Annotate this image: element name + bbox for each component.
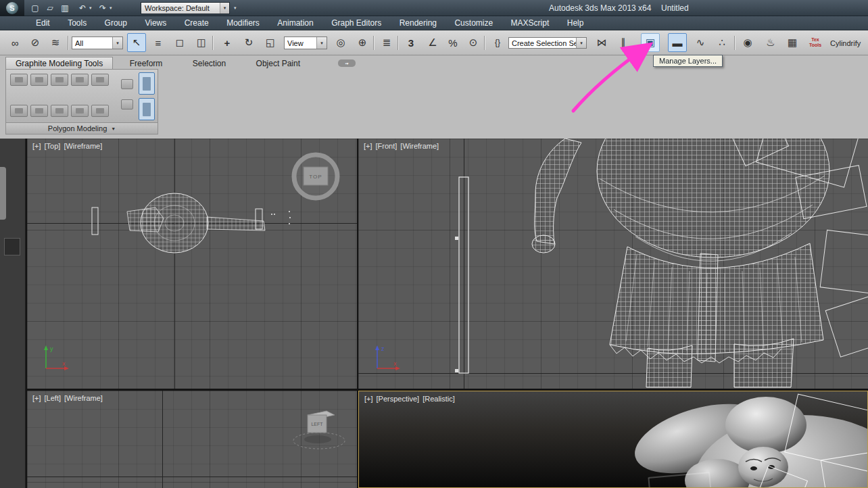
layout-tab-button[interactable]	[4, 238, 20, 255]
unlink-selection-button[interactable]: ⊘	[26, 33, 45, 52]
material-editor-button[interactable]: ◉	[738, 33, 757, 52]
selection-region-button[interactable]: ◻	[170, 33, 189, 52]
polymod-button-9[interactable]	[71, 105, 89, 117]
overflow-dots-icon: ▪▾	[345, 61, 348, 66]
menu-edit[interactable]: Edit	[28, 16, 57, 30]
redo-dropdown[interactable]: ▾	[110, 5, 116, 11]
viewport-shading[interactable]: [Realistic]	[423, 395, 455, 403]
tab-graphite-modeling-tools[interactable]: Graphite Modeling Tools	[5, 57, 113, 70]
quick-access-options-dropdown[interactable]: ▾	[234, 5, 240, 11]
viewport-perspective[interactable]: [+] [Perspective] [Realistic]	[358, 391, 868, 488]
render-setup-button[interactable]: ♨	[761, 33, 780, 52]
manage-layers-button[interactable]: ▣	[641, 33, 660, 52]
menu-maxscript[interactable]: MAXScript	[504, 16, 557, 30]
tab-freeform[interactable]: Freeform	[116, 57, 176, 70]
app-logo[interactable]: S	[0, 0, 24, 16]
viewport-name[interactable]: [Front]	[376, 142, 397, 150]
polymod-button-3[interactable]	[51, 74, 68, 86]
tab-selection[interactable]: Selection	[179, 57, 239, 70]
select-and-manipulate-button[interactable]: ⊕	[353, 33, 372, 52]
keyboard-shortcut-override-button[interactable]: ≣	[377, 33, 396, 52]
menu-views[interactable]: Views	[137, 16, 174, 30]
menu-graph-editors[interactable]: Graph Editors	[324, 16, 389, 30]
redo-button[interactable]: ↷	[96, 1, 110, 15]
menu-create[interactable]: Create	[177, 16, 216, 30]
viewport-layout-tab[interactable]	[0, 167, 6, 220]
menu-customize[interactable]: Customize	[447, 16, 500, 30]
align-button[interactable]: ∥	[614, 33, 633, 52]
toolbar-separator	[373, 36, 374, 50]
select-and-scale-button[interactable]: ◱	[261, 33, 280, 52]
polymod-button-2[interactable]	[30, 74, 48, 86]
polymod-stack-button-2[interactable]	[121, 99, 133, 109]
selection-filter-dropdown[interactable]: All ▾	[72, 36, 123, 49]
save-file-button[interactable]: ▥	[58, 1, 72, 15]
menu-rendering[interactable]: Rendering	[392, 16, 444, 30]
ribbon-overflow-button[interactable]: ▪▾	[338, 59, 356, 67]
polymod-button-8[interactable]	[51, 105, 68, 117]
svg-text:x: x	[62, 360, 66, 367]
pivot-center-icon: ◎	[336, 36, 345, 49]
curve-editor-button[interactable]: ∿	[691, 33, 710, 52]
viewport-menu-plus[interactable]: [+]	[32, 394, 41, 402]
polymod-stack-button-1[interactable]	[121, 79, 133, 89]
viewport-menu-plus[interactable]: [+]	[364, 142, 372, 150]
polymod-button-4[interactable]	[71, 74, 89, 86]
menu-group[interactable]: Group	[97, 16, 135, 30]
menu-tools[interactable]: Tools	[60, 16, 94, 30]
viewport-name[interactable]: [Perspective]	[377, 395, 420, 403]
viewport-menu-plus[interactable]: [+]	[364, 395, 373, 403]
cylindrify-label[interactable]: Cylindrify	[830, 39, 861, 47]
viewport-left[interactable]: [+] [Left] [Wireframe] LEFT	[27, 391, 357, 488]
workspace-dropdown[interactable]: Workspace: Default ▾	[141, 2, 230, 14]
reference-coordinate-dropdown[interactable]: View ▾	[284, 36, 327, 49]
viewport-name[interactable]: [Left]	[45, 394, 61, 402]
viewcube-gizmo-left[interactable]: LEFT	[293, 411, 345, 449]
window-crossing-button[interactable]: ◫	[192, 33, 211, 52]
select-object-button[interactable]: ↖	[127, 33, 146, 52]
menu-animation[interactable]: Animation	[270, 16, 320, 30]
menu-modifiers[interactable]: Modifiers	[219, 16, 267, 30]
select-and-link-button[interactable]: ∞	[5, 33, 24, 52]
viewcube-gizmo-top[interactable]: TOP	[294, 155, 337, 198]
select-by-name-button[interactable]: ≡	[149, 33, 168, 52]
polymod-button-7[interactable]	[30, 105, 48, 117]
open-file-button[interactable]: ▱	[43, 1, 57, 15]
edit-named-selection-sets-button[interactable]: {}	[488, 33, 507, 52]
polymod-button-10[interactable]	[91, 105, 109, 117]
viewport-front-label: [+] [Front] [Wireframe]	[364, 142, 439, 150]
rendered-frame-window-button[interactable]: ▦	[783, 33, 802, 52]
undo-dropdown[interactable]: ▾	[89, 5, 95, 11]
spinner-snap-button[interactable]: ⊙	[464, 33, 483, 52]
polymod-toggle-button-1[interactable]	[139, 72, 155, 95]
angle-snap-button[interactable]: ∠	[423, 33, 442, 52]
viewport-front[interactable]: [+] [Front] [Wireframe]	[358, 139, 868, 389]
select-and-move-button[interactable]: +	[218, 33, 237, 52]
polygon-modeling-footer[interactable]: Polygon Modeling ▼	[5, 123, 158, 135]
viewport-shading[interactable]: [Wireframe]	[64, 394, 103, 402]
polymod-button-1[interactable]	[10, 74, 28, 86]
viewport-name[interactable]: [Top]	[45, 142, 61, 150]
viewport-top[interactable]: [+] [Top] [Wireframe]	[27, 139, 357, 389]
polymod-toggle-button-2[interactable]	[139, 98, 155, 120]
viewport-shading[interactable]: [Wireframe]	[64, 142, 102, 150]
new-file-button[interactable]: ▢	[28, 1, 42, 15]
bind-to-space-warp-button[interactable]: ≋	[46, 33, 65, 52]
polymod-button-5[interactable]	[91, 74, 109, 86]
named-selection-sets-dropdown[interactable]: Create Selection Se ▾	[508, 37, 587, 49]
viewport-menu-plus[interactable]: [+]	[32, 142, 41, 150]
schematic-view-button[interactable]: ∴	[713, 33, 731, 52]
polymod-button-6[interactable]	[10, 105, 28, 117]
mirror-button[interactable]: ⋈	[592, 33, 611, 52]
graphite-ribbon-toggle-button[interactable]: ▬	[668, 33, 687, 52]
select-and-rotate-button[interactable]: ↻	[239, 33, 258, 52]
ribbon-icon: ▬	[673, 37, 683, 49]
undo-button[interactable]: ↶	[76, 1, 89, 15]
viewport-shading[interactable]: [Wireframe]	[400, 142, 439, 150]
tab-object-paint[interactable]: Object Paint	[243, 57, 314, 70]
percent-snap-button[interactable]: %	[443, 33, 462, 52]
use-pivot-center-button[interactable]: ◎	[331, 33, 350, 52]
textools-button[interactable]: Tex Tools	[806, 33, 825, 52]
snaps-toggle-button[interactable]: 3	[402, 33, 420, 52]
menu-help[interactable]: Help	[560, 16, 592, 30]
